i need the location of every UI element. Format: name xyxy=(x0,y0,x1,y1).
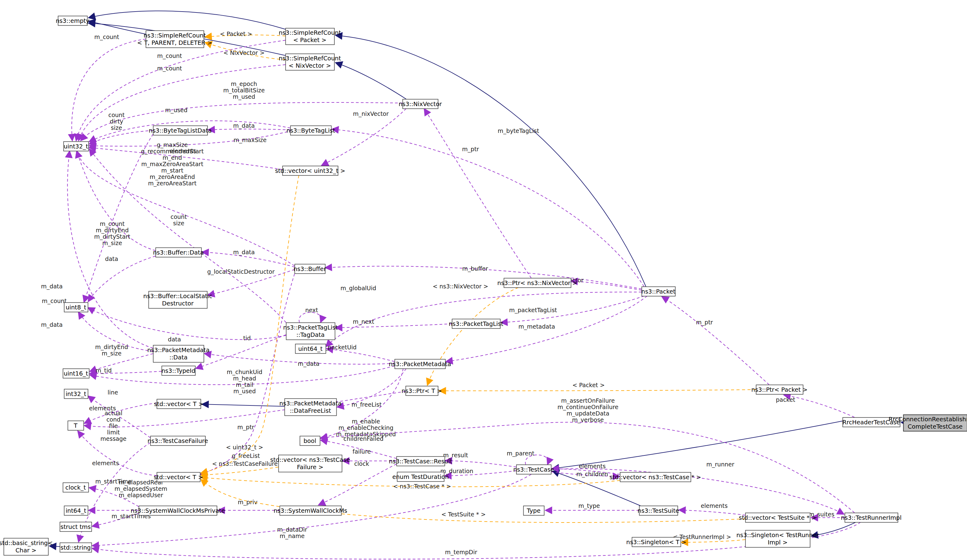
edge-srcgeneric-to-empty xyxy=(89,21,146,34)
node-uint8-t[interactable]: uint8_t xyxy=(64,303,88,312)
node-enum-testduration[interactable]: enum TestDuration xyxy=(392,472,449,482)
node-testrunnerimpl[interactable]: ns3::TestRunnerImpl xyxy=(841,513,902,522)
edge-tagdata-next xyxy=(299,313,322,323)
node-ptr-t[interactable]: ns3::Ptr< T > xyxy=(402,386,442,396)
edge-datafreelist-to-vectort xyxy=(203,404,284,406)
node-vector-t-lower[interactable]: std::vector< T > xyxy=(154,473,203,482)
node-datafreelist[interactable]: ns3::PacketMetadata::DataFreeList xyxy=(279,399,342,416)
edge-label-tagdata-data: data xyxy=(168,336,181,343)
node-label-enum-testduration: enum TestDuration xyxy=(392,473,449,480)
node-basic-string[interactable]: std::basic_string<Char > xyxy=(0,539,53,555)
node-ptr-packet[interactable]: ns3::Ptr< Packet > xyxy=(751,385,807,394)
edge-label-tri-bools: m_assertOnFailurem_continueOnFailurem_up… xyxy=(558,397,619,423)
node-label-clock-t: clock_t xyxy=(65,484,86,491)
node-tagdata[interactable]: ns3::PacketTagList::TagData xyxy=(283,323,338,340)
node-pmd-data[interactable]: ns3::PacketMetadata::Data xyxy=(147,345,210,362)
node-label-testcase-result: ns3::TestCase::Result xyxy=(389,458,452,464)
node-target[interactable]: RrcConnectionReestablishmentCompleteTest… xyxy=(889,415,967,432)
node-label-packetmetadata: ns3::PacketMetadata xyxy=(389,360,451,367)
node-int64-t[interactable]: int64_t xyxy=(64,506,88,516)
edge-label-bufdata-uint8: m_data xyxy=(41,283,63,290)
edge-packet-mbytetaglist xyxy=(332,129,644,287)
node-uint64-t[interactable]: uint64_t xyxy=(295,344,326,354)
node-packet[interactable]: ns3::Packet xyxy=(641,287,675,296)
node-struct-tms[interactable]: struct tms xyxy=(60,522,92,532)
node-vector-testcase-ptr[interactable]: std::vector< ns3::TestCase * > xyxy=(610,473,701,482)
node-testcase-result[interactable]: ns3::TestCase::Result xyxy=(389,457,452,466)
node-buffer-localstatic[interactable]: ns3::Buffer::LocalStaticDestructor xyxy=(144,292,212,308)
edge-label-ptrnix-inst: < ns3::NixVector > xyxy=(433,283,488,290)
node-label-nixvector: ns3::NixVector xyxy=(399,100,442,107)
edge-label-pm-mfreelist: m_freeList xyxy=(351,401,382,408)
node-packettaglist[interactable]: ns3::PacketTagList xyxy=(449,319,503,329)
node-label-singleton-t: ns3::Singleton< T > xyxy=(626,539,686,545)
node-empty[interactable]: ns3::empty xyxy=(56,16,90,26)
node-vector-testsuite[interactable]: std::vector< TestSuite * > xyxy=(739,513,816,522)
edge-label-btl-mdata: m_data xyxy=(233,122,255,129)
edge-ptrpacket-mptr xyxy=(662,297,769,385)
node-std-string[interactable]: std::string xyxy=(60,543,92,552)
node-vector-uint32[interactable]: std::vector< uint32_t > xyxy=(275,166,345,176)
node-syswallclockmsprivate[interactable]: ns3::SystemWallClockMsPrivate xyxy=(130,506,225,516)
edge-label-nixvector-mnixvector: m_nixVector xyxy=(353,110,388,117)
node-label-ptr-t: ns3::Ptr< T > xyxy=(402,387,442,394)
node-int32-t[interactable]: int32_t xyxy=(64,389,88,399)
node-typeid[interactable]: ns3::TypeId xyxy=(162,366,195,376)
edge-label-packet-globaluid: m_globalUid xyxy=(340,285,376,292)
node-label-vector-t-lower: std::vector< T > xyxy=(154,473,203,481)
node-src-nixvector[interactable]: ns3::SimpleRefCount< NixVector > xyxy=(279,54,341,71)
node-clock-t[interactable]: clock_t xyxy=(63,483,89,492)
node-testcase[interactable]: ns3::TestCase xyxy=(513,465,554,474)
edge-label-tagdata-count-size: countsize xyxy=(170,213,187,227)
collaboration-diagram: m_countm_countm_countm_epochm_totalBitSi… xyxy=(0,0,967,560)
node-label-buffer-data: ns3::Buffer::Data xyxy=(153,249,204,256)
edge-vectcf-inst xyxy=(201,467,279,475)
node-label-int32-t: int32_t xyxy=(66,390,86,397)
node-bool[interactable]: bool xyxy=(300,436,320,446)
node-ptr-nixvector[interactable]: ns3::Ptr< ns3::NixVector > xyxy=(497,278,577,288)
edge-label-typeid-mtid: m_tid xyxy=(96,367,112,374)
edge-ptrnix-mptr xyxy=(424,109,531,278)
node-label-t-box: T xyxy=(74,422,78,429)
node-bytetaglist[interactable]: ns3::ByteTagList xyxy=(286,126,335,135)
node-testcasefailure[interactable]: ns3::TestCaseFailure xyxy=(148,436,208,446)
edge-label-srcpacket-inst: < Packet > xyxy=(220,30,252,37)
node-vector-testcasefailure[interactable]: std::vector< ns3::TestCaseFailure > xyxy=(270,455,350,472)
node-buffer[interactable]: ns3::Buffer xyxy=(294,264,326,274)
node-singleton-t[interactable]: ns3::Singleton< T > xyxy=(626,537,686,547)
edge-label-pmddata-mcount: m_count xyxy=(42,298,67,305)
node-bytetaglistdata[interactable]: ns3::ByteTagListData xyxy=(149,126,212,135)
edge-label-result-failure: failure xyxy=(353,448,371,455)
node-uint16-t[interactable]: uint16_t xyxy=(63,369,89,378)
node-nixvector[interactable]: ns3::NixVector xyxy=(399,99,442,109)
node-syswallclockms[interactable]: ns3::SystemWallClockMs xyxy=(274,506,347,516)
edge-label-result-childrenfailed: childrenFailed xyxy=(343,435,383,442)
edge-label-testcase-mparent: m_parent xyxy=(507,450,534,457)
node-type[interactable]: Type xyxy=(524,506,545,516)
edge-pmddata-mcount xyxy=(68,152,153,348)
edge-label-testcase-mrunner: m_runner xyxy=(706,461,734,468)
node-t-box[interactable]: T xyxy=(68,421,84,430)
node-packetmetadata[interactable]: ns3::PacketMetadata xyxy=(389,359,451,369)
edge-label-ptl-mnext: m_next xyxy=(353,318,374,325)
edge-label-ptrpacket-mptr: m_ptr xyxy=(696,319,713,326)
node-label-uint8-t: uint8_t xyxy=(66,304,86,311)
edge-label-ptrnix-mptr: m_ptr xyxy=(462,146,479,153)
edge-label-rrcheader-packet: packet xyxy=(776,396,795,403)
edge-label-packet-mbuffer: m_buffer xyxy=(462,265,488,272)
node-label-vector-uint32: std::vector< uint32_t > xyxy=(275,167,345,174)
node-singleton-testrunnerimpl[interactable]: ns3::Singleton< TestRunnerImpl > xyxy=(736,530,819,547)
node-src-packet[interactable]: ns3::SimpleRefCount< Packet > xyxy=(279,28,341,45)
node-label-empty: ns3::empty xyxy=(56,17,90,24)
edge-btld-data xyxy=(84,134,153,302)
node-label-vector-testcase-ptr: std::vector< ns3::TestCase * > xyxy=(610,473,701,481)
node-buffer-data[interactable]: ns3::Buffer::Data xyxy=(153,248,204,257)
node-testsuite[interactable]: ns3::TestSuite xyxy=(638,506,679,516)
edge-btl-mdata xyxy=(209,129,290,130)
node-label-testcasefailure: ns3::TestCaseFailure xyxy=(148,437,208,444)
node-vector-t-upper[interactable]: std::vector< T > xyxy=(154,399,203,409)
node-src-generic[interactable]: ns3::SimpleRefCount< T, PARENT, DELETER … xyxy=(137,31,212,48)
edge-label-packet-mbytetaglist: m_byteTagList xyxy=(498,127,539,134)
node-uint32-t[interactable]: uint32_t xyxy=(64,142,89,151)
edge-label-vecu32-inst: < uint32_t > xyxy=(226,444,263,451)
